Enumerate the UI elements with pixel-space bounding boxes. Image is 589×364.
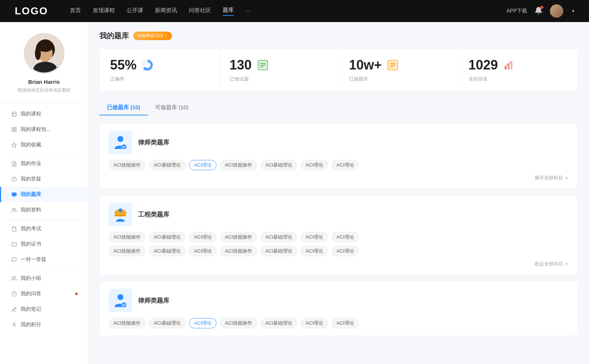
sidebar-item-exam[interactable]: 我的考试 bbox=[0, 221, 88, 236]
sidebar-item-one-on-one[interactable]: 一对一答疑 bbox=[0, 252, 88, 267]
svg-rect-43 bbox=[508, 64, 509, 69]
sidebar-label: 一对一答疑 bbox=[21, 256, 46, 263]
tag-item[interactable]: ACI理论 bbox=[332, 318, 359, 328]
sidebar-label: 我的作业 bbox=[21, 160, 41, 167]
app-download-link[interactable]: APP下载 bbox=[507, 8, 527, 14]
tag-item[interactable]: ACI技能操作 bbox=[109, 160, 145, 170]
tag-item[interactable]: ACI基础理论 bbox=[149, 232, 186, 242]
tag-item[interactable]: ACI基础理论 bbox=[261, 232, 297, 242]
exam-icon bbox=[11, 226, 17, 232]
tag-item[interactable]: ACI技能操作 bbox=[109, 246, 145, 256]
topic-card-lawyer-1: 律师类题库 ACI技能操作 ACI基础理论 ACI理论 ACI技能操作 ACI基… bbox=[99, 123, 578, 189]
topic-card-header: 律师类题库 bbox=[109, 289, 569, 312]
tag-item[interactable]: ACI理论 bbox=[301, 232, 328, 242]
sidebar-item-cert[interactable]: 我的证书 bbox=[0, 236, 88, 252]
tag-item[interactable]: ACI理论 bbox=[332, 232, 359, 242]
svg-rect-12 bbox=[14, 127, 16, 129]
stat-done-num: 130 bbox=[230, 57, 252, 73]
tag-item[interactable]: ACI基础理论 bbox=[149, 160, 186, 170]
tag-item[interactable]: ACI基础理论 bbox=[261, 160, 297, 170]
menu-divider-3 bbox=[7, 269, 81, 269]
tag-item[interactable]: ACI理论 bbox=[301, 246, 328, 256]
tag-item[interactable]: ACI理论 bbox=[332, 160, 359, 170]
nav-news[interactable]: 新闻资讯 bbox=[155, 7, 177, 15]
svg-rect-7 bbox=[36, 64, 54, 74]
page-header: 我的题库 体验剩余23天！ bbox=[99, 31, 578, 41]
sidebar-item-mydata[interactable]: 我的资料 bbox=[0, 202, 88, 218]
tag-item[interactable]: ACI技能操作 bbox=[220, 232, 257, 242]
notification-bell[interactable] bbox=[535, 7, 543, 16]
tag-item[interactable]: ACI技能操作 bbox=[220, 318, 257, 328]
nav-home[interactable]: 首页 bbox=[70, 7, 81, 15]
tabs-row: 已做题库 (10) 可做题库 (10) bbox=[99, 100, 578, 115]
tag-item[interactable]: ACI技能操作 bbox=[220, 246, 257, 256]
tag-item[interactable]: ACI基础理论 bbox=[149, 246, 186, 256]
sidebar-label: 我的题库 bbox=[21, 191, 41, 198]
nav-more[interactable]: ··· bbox=[246, 7, 250, 15]
nav-discover[interactable]: 发现课程 bbox=[93, 7, 115, 15]
topic-title: 律师类题库 bbox=[138, 138, 169, 147]
sidebar-item-answers[interactable]: 我的问答 bbox=[0, 286, 88, 301]
nav-quizbank[interactable]: 题库 bbox=[223, 7, 234, 16]
tab-done-quizbank[interactable]: 已做题库 (10) bbox=[99, 100, 148, 115]
tag-item[interactable]: ACI基础理论 bbox=[149, 318, 186, 328]
answers-notification-dot bbox=[75, 293, 78, 295]
points-icon bbox=[11, 322, 17, 328]
expand-link[interactable]: 展开全部科目 ∨ bbox=[535, 175, 569, 181]
sidebar-item-homework[interactable]: 我的作业 bbox=[0, 156, 88, 171]
sidebar-item-favorites[interactable]: 我的收藏 bbox=[0, 137, 88, 153]
tag-item[interactable]: ACI理论 bbox=[189, 232, 216, 242]
nav-qa[interactable]: 问答社区 bbox=[189, 7, 211, 15]
sidebar-item-group[interactable]: 我的小组 bbox=[0, 271, 88, 286]
svg-rect-11 bbox=[12, 127, 13, 129]
tag-item[interactable]: ACI理论 bbox=[332, 246, 359, 256]
tag-item[interactable]: ACI理论 bbox=[189, 246, 216, 256]
page-layout: Brian Harris 错误的决定比没有决定要好 我的课程 我的课程包... bbox=[0, 22, 589, 364]
topic-card-engineer-1: 工程类题库 ACI技能操作 ACI基础理论 ACI理论 ACI技能操作 ACI基… bbox=[99, 195, 578, 275]
collapse-link[interactable]: 收起全部科目 ∧ bbox=[535, 261, 569, 267]
sidebar: Brian Harris 错误的决定比没有决定要好 我的课程 我的课程包... bbox=[0, 22, 88, 364]
user-dropdown-chevron[interactable]: ▾ bbox=[572, 8, 574, 14]
topic-card-footer: 收起全部科目 ∧ bbox=[109, 261, 569, 267]
svg-point-31 bbox=[145, 62, 151, 68]
tab-available-quizbank[interactable]: 可做题库 (10) bbox=[148, 100, 196, 115]
coursepack-icon bbox=[11, 126, 17, 132]
sidebar-item-my-course[interactable]: 我的课程 bbox=[0, 106, 88, 122]
notification-dot bbox=[540, 6, 543, 9]
qa-icon bbox=[11, 176, 17, 182]
oneone-icon bbox=[11, 257, 17, 263]
sidebar-item-points[interactable]: 我的积分 bbox=[0, 317, 88, 332]
svg-point-23 bbox=[13, 208, 14, 210]
svg-rect-44 bbox=[511, 62, 512, 69]
stat-quizbank-num: 10w+ bbox=[349, 57, 382, 73]
ranking-chart-icon bbox=[502, 58, 516, 72]
nav-open-course[interactable]: 公开课 bbox=[127, 7, 143, 15]
tag-item[interactable]: ACI理论 bbox=[301, 318, 328, 328]
topic-tags-row: ACI技能操作 ACI基础理论 ACI理论 ACI技能操作 ACI基础理论 AC… bbox=[109, 318, 569, 328]
svg-point-50 bbox=[119, 208, 122, 212]
topic-title: 律师类题库 bbox=[138, 296, 169, 305]
done-questions-icon bbox=[256, 58, 269, 72]
tag-item[interactable]: ACI技能操作 bbox=[220, 160, 257, 170]
lawyer-icon-2 bbox=[109, 289, 132, 312]
sidebar-label: 我的答疑 bbox=[21, 176, 41, 182]
tag-item-active[interactable]: ACI理论 bbox=[189, 318, 216, 328]
main-content: 我的题库 体验剩余23天！ 55% 正确 bbox=[88, 22, 589, 364]
tag-item-active[interactable]: ACI理论 bbox=[189, 160, 216, 170]
sidebar-item-quizbank[interactable]: 我的题库 bbox=[0, 187, 88, 202]
tag-item[interactable]: ACI基础理论 bbox=[261, 246, 297, 256]
sidebar-item-qa[interactable]: 我的答疑 bbox=[0, 171, 88, 187]
tag-item[interactable]: ACI技能操作 bbox=[109, 318, 145, 328]
user-avatar[interactable] bbox=[550, 4, 563, 18]
engineer-icon bbox=[109, 203, 132, 226]
sidebar-item-course-pack[interactable]: 我的课程包... bbox=[0, 122, 88, 137]
svg-point-26 bbox=[13, 276, 14, 278]
sidebar-menu: 我的课程 我的课程包... 我的收藏 bbox=[0, 103, 88, 336]
tag-item[interactable]: ACI基础理论 bbox=[261, 318, 297, 328]
sidebar-item-notes[interactable]: 我的笔记 bbox=[0, 301, 88, 317]
topic-title: 工程类题库 bbox=[138, 210, 169, 219]
tag-item[interactable]: ACI技能操作 bbox=[109, 232, 145, 242]
tag-item[interactable]: ACI理论 bbox=[301, 160, 328, 170]
sidebar-label: 我的课程 bbox=[21, 111, 41, 117]
course-icon bbox=[11, 111, 17, 117]
